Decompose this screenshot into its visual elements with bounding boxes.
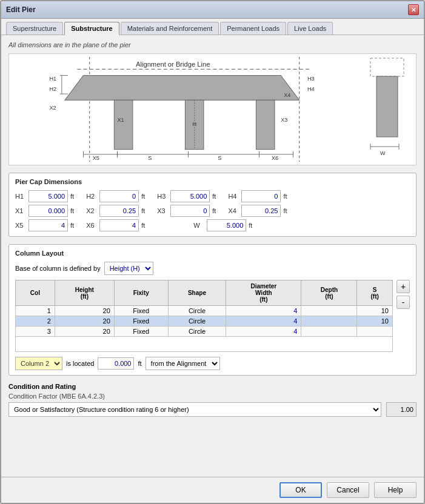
tab-permanent-loads[interactable]: Permanent Loads [220, 22, 286, 35]
tab-live-loads[interactable]: Live Loads [287, 22, 333, 35]
base-col-label: Base of column is defined by [15, 265, 101, 272]
side-view: W [364, 57, 413, 162]
dim-row-h: H1 ft H2 ft H3 ft H4 [15, 190, 410, 202]
col-fixity: Fixed [114, 316, 168, 327]
x2-input[interactable] [99, 205, 139, 217]
h3-label: H3 [157, 193, 168, 200]
add-remove-buttons: + - [397, 280, 410, 352]
table-row-empty [16, 337, 393, 352]
x3-input[interactable] [170, 205, 210, 217]
col-num: 3 [16, 327, 55, 337]
svg-text:S: S [218, 155, 221, 161]
svg-text:X2: X2 [50, 105, 56, 111]
table-row[interactable]: 1 20 Fixed Circle 4 10 [16, 306, 393, 316]
col-s [357, 327, 393, 337]
svg-text:H: H [193, 121, 197, 127]
svg-text:H4: H4 [307, 86, 315, 92]
col-fixity: Fixed [114, 327, 168, 337]
col-shape: Circle [168, 316, 226, 327]
h2-input[interactable] [99, 190, 139, 202]
condition-factor-value [386, 402, 417, 417]
ok-button[interactable]: OK [279, 482, 322, 498]
remove-row-button[interactable]: - [397, 296, 410, 309]
x2-label: X2 [86, 207, 97, 214]
base-defined-by-select[interactable]: Height (H) [104, 262, 153, 275]
col-s: 10 [357, 306, 393, 316]
side-view-svg: W [364, 57, 413, 160]
x5-unit: ft [70, 222, 74, 229]
table-row[interactable]: 2 20 Fixed Circle 4 10 [16, 316, 393, 327]
svg-text:H2: H2 [50, 86, 57, 92]
x2-unit: ft [141, 207, 145, 214]
tab-substructure[interactable]: Substructure [64, 22, 119, 35]
x6-label: X6 [86, 222, 97, 229]
h4-input[interactable] [241, 190, 281, 202]
x1-input[interactable] [28, 205, 68, 217]
located-text: is located [66, 360, 94, 367]
table-row[interactable]: 3 20 Fixed Circle 4 [16, 327, 393, 337]
h1-label: H1 [15, 193, 26, 200]
col-diam: 4 [226, 327, 301, 337]
col-s: 10 [357, 316, 393, 327]
col-table-wrapper: Col Height(ft) Fixity Shape DiameterWidt… [15, 280, 410, 352]
x6-input[interactable] [99, 219, 139, 231]
svg-text:X4: X4 [284, 92, 290, 98]
w-unit: ft [249, 222, 252, 229]
bottom-bar: OK Cancel Help [1, 477, 424, 503]
dim-x5: X5 ft [15, 219, 74, 231]
col-diam: 4 [226, 316, 301, 327]
tab-materials[interactable]: Materials and Reinforcement [121, 22, 219, 35]
col-depth [301, 327, 357, 337]
dim-h4: H4 ft [228, 190, 287, 202]
x4-label: X4 [228, 207, 239, 214]
pier-cap-title: Pier Cap Dimensions [15, 178, 410, 185]
svg-rect-7 [256, 100, 275, 149]
col-num: 2 [16, 316, 55, 327]
svg-text:Alignment or Bridge Line: Alignment or Bridge Line [136, 61, 210, 68]
x4-input[interactable] [241, 205, 281, 217]
w-label: W [193, 222, 204, 229]
add-row-button[interactable]: + [397, 280, 410, 293]
svg-text:X6: X6 [272, 155, 278, 161]
col-header-col: Col [16, 280, 55, 306]
h1-input[interactable] [28, 190, 68, 202]
h4-unit: ft [283, 193, 287, 200]
dim-h1: H1 ft [15, 190, 74, 202]
col-shape: Circle [168, 327, 226, 337]
x3-unit: ft [212, 207, 216, 214]
help-button[interactable]: Help [374, 482, 417, 498]
condition-select[interactable]: Good or Satisfactory (Structure conditio… [8, 402, 381, 417]
svg-rect-36 [376, 76, 398, 137]
x3-label: X3 [157, 207, 168, 214]
dim-row-x1x4: X1 ft X2 ft X3 ft X4 [15, 205, 410, 217]
close-button[interactable]: ✕ [408, 4, 419, 15]
dim-x1: X1 ft [15, 205, 74, 217]
svg-rect-5 [114, 100, 133, 149]
condition-section: Condition and Rating Condition Factor (M… [8, 383, 417, 417]
col-location-row: Column 2 Column 1 Column 3 is located ft… [15, 357, 410, 370]
svg-text:H1: H1 [50, 76, 57, 82]
location-input[interactable] [98, 357, 134, 370]
tab-superstructure[interactable]: Superstructure [6, 22, 63, 35]
x5-input[interactable] [28, 219, 68, 231]
col-height: 20 [55, 327, 114, 337]
col-header-shape: Shape [168, 280, 226, 306]
main-window: Edit Pier ✕ Superstructure Substructure … [0, 0, 425, 504]
column-select[interactable]: Column 2 Column 1 Column 3 [15, 357, 62, 370]
dim-h2: H2 ft [86, 190, 145, 202]
svg-text:S: S [148, 155, 152, 161]
from-alignment-select[interactable]: from the Alignment from the Left from th… [146, 357, 220, 370]
w-input[interactable] [207, 219, 246, 231]
cancel-button[interactable]: Cancel [327, 482, 369, 498]
col-height: 20 [55, 306, 114, 316]
col-depth [301, 316, 357, 327]
condition-title: Condition and Rating [8, 383, 417, 390]
svg-text:X5: X5 [93, 155, 99, 161]
dim-w: W ft [193, 219, 252, 231]
h3-input[interactable] [170, 190, 210, 202]
col-header-s: S(ft) [357, 280, 393, 306]
x6-unit: ft [141, 222, 145, 229]
h4-label: H4 [228, 193, 239, 200]
main-content: All dimensions are in the plane of the p… [1, 35, 424, 477]
pier-cap-section: Pier Cap Dimensions H1 ft H2 ft H3 [8, 173, 417, 237]
